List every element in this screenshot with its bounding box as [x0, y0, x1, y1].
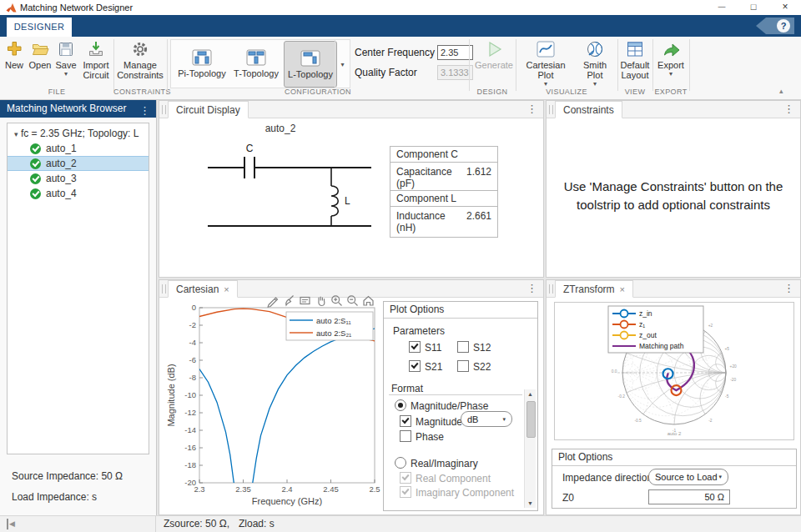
- radio-icon: [395, 399, 406, 411]
- l-topology-button[interactable]: L-Topology: [284, 41, 337, 88]
- toolstrip: New Open Save ▾ ImportCircuit FILE Manag…: [0, 37, 801, 100]
- radio-magnitude-phase[interactable]: Magnitude/Phase: [395, 399, 488, 412]
- component-l-title: Component L: [390, 191, 497, 207]
- scroll-up-icon[interactable]: ▲: [525, 391, 536, 397]
- svg-text:auto 2:S₂₁: auto 2:S₂₁: [316, 329, 351, 338]
- checkbox-icon: [409, 341, 421, 353]
- cartesian-menu-icon[interactable]: ⋮: [526, 282, 537, 294]
- radio-real-imaginary[interactable]: Real/Imaginary: [395, 457, 478, 469]
- tab-constraints[interactable]: Constraints: [555, 101, 622, 118]
- svg-text:z_out: z_out: [639, 331, 657, 339]
- drag-handle[interactable]: [549, 105, 553, 114]
- inductor-label: L: [345, 195, 350, 207]
- tree-collapse-icon[interactable]: ▾: [14, 130, 18, 138]
- svg-text:Frequency (GHz): Frequency (GHz): [252, 496, 322, 506]
- main-area: Matching Network Browser ⋮ ▾ fc = 2.35 G…: [0, 100, 801, 515]
- circuit-title: auto_2: [239, 123, 322, 134]
- new-icon: [5, 40, 23, 58]
- toolstrip-collapse-icon[interactable]: ▴: [779, 87, 783, 95]
- svg-text:0.0: 0.0: [612, 369, 617, 374]
- magnitude-unit-dropdown[interactable]: dB ▾: [461, 411, 512, 427]
- circuit-display-menu-icon[interactable]: ⋮: [526, 103, 537, 115]
- capacitance-value: 1.612: [466, 166, 491, 189]
- check-circle-icon: [30, 188, 41, 199]
- minimize-button[interactable]: —: [706, 0, 738, 15]
- tab-ztransform[interactable]: ZTransform×: [555, 280, 633, 298]
- drag-handle[interactable]: [162, 105, 166, 114]
- manage-constraints-button[interactable]: ManageConstraints: [115, 40, 165, 80]
- tree-item-auto-3[interactable]: auto_3: [8, 171, 149, 186]
- checkbox-s11[interactable]: S11: [409, 341, 441, 354]
- smith-plot-button[interactable]: Smith Plot ▾: [574, 40, 616, 87]
- smith-chart[interactable]: 0.0+0.2-0.2+0.5-0.5+1-1+2-2+5-5+20-20z_i…: [555, 303, 793, 439]
- cartesian-plot-dropdown-icon[interactable]: ▾: [544, 82, 547, 87]
- tab-cartesian[interactable]: Cartesian×: [168, 280, 238, 298]
- tab-designer[interactable]: DESIGNER: [7, 18, 72, 37]
- cartesian-plot-button[interactable]: Cartesian Plot ▾: [519, 40, 572, 87]
- new-button[interactable]: New: [2, 40, 27, 70]
- window-title: Matching Network Designer: [20, 0, 133, 15]
- default-layout-icon: [626, 40, 644, 58]
- import-circuit-icon: [87, 40, 105, 58]
- format-scrollbar[interactable]: ▲ ▼: [524, 389, 536, 508]
- ztransform-panel: ZTransform× ⋮ 0.0+0.2-0.2+0.5-0.5+1-1+2-…: [546, 279, 801, 515]
- drag-handle[interactable]: [162, 284, 166, 294]
- section-label-file: FILE: [0, 88, 113, 96]
- t-topology-button[interactable]: T-Topology: [230, 41, 282, 86]
- topology-gallery-dropdown[interactable]: ▾: [335, 40, 350, 88]
- checkbox-magnitude[interactable]: Magnitude: [400, 415, 462, 428]
- import-circuit-button[interactable]: ImportCircuit: [79, 40, 113, 80]
- check-circle-icon: [30, 143, 41, 154]
- open-button[interactable]: Open: [28, 40, 53, 70]
- ztransform-menu-icon[interactable]: ⋮: [783, 282, 794, 294]
- export-dropdown-icon[interactable]: ▾: [669, 72, 673, 77]
- check-circle-icon: [30, 158, 41, 169]
- circuit-display-panel: Circuit Display ⋮ auto_2 C L Component C…: [159, 100, 544, 278]
- smith-plot-dropdown-icon[interactable]: ▾: [593, 82, 597, 87]
- tab-close-icon[interactable]: ×: [620, 284, 625, 294]
- checkbox-s12[interactable]: S12: [457, 341, 491, 354]
- scroll-thumb[interactable]: [526, 401, 536, 438]
- constraints-panel: Constraints ⋮ Use 'Manage Constraints' b…: [546, 100, 801, 278]
- save-dropdown-icon[interactable]: ▾: [64, 72, 68, 77]
- tree-item-auto-2[interactable]: auto_2: [8, 156, 149, 171]
- ztransform-plot-options: Plot Options Impedance direction Source …: [552, 449, 797, 509]
- smith-plot-icon: [586, 40, 604, 58]
- divider: [469, 39, 470, 91]
- save-button[interactable]: Save ▾: [53, 40, 78, 77]
- default-layout-button[interactable]: DefaultLayout: [620, 40, 650, 80]
- smith-chart-box: 0.0+0.2-0.2+0.5-0.5+1-1+2-2+5-5+20-20z_i…: [554, 302, 794, 440]
- svg-text:0: 0: [192, 303, 196, 312]
- export-button[interactable]: Export ▾: [654, 40, 688, 77]
- generate-button[interactable]: Generate: [472, 40, 516, 70]
- close-button[interactable]: ×: [769, 0, 801, 15]
- browser-menu-icon[interactable]: ⋮: [139, 102, 150, 119]
- z0-input[interactable]: 50 Ω: [648, 489, 730, 504]
- source-impedance-label: Source Impedance: 50 Ω: [12, 470, 123, 482]
- center-frequency-input[interactable]: 2.35: [437, 45, 473, 60]
- divider: [617, 39, 618, 91]
- tab-circuit-display[interactable]: Circuit Display: [168, 101, 249, 118]
- drag-handle[interactable]: [549, 284, 553, 294]
- checkbox-s22[interactable]: S22: [457, 360, 491, 373]
- pi-topology-button[interactable]: Pi-Topology: [175, 41, 229, 86]
- checkbox-s21[interactable]: S21: [409, 360, 442, 373]
- capacitor-label: C: [246, 143, 254, 154]
- help-icon[interactable]: ?: [777, 19, 790, 33]
- scroll-down-icon[interactable]: ▼: [525, 500, 536, 506]
- section-label-constraints: CONSTRAINTS: [113, 88, 167, 96]
- constraints-tabbar: Constraints ⋮: [547, 101, 800, 118]
- checkbox-imaginary-component: Imaginary Component: [400, 486, 514, 499]
- impedance-direction-dropdown[interactable]: Source to Load ▾: [648, 469, 728, 485]
- cartesian-chart[interactable]: 2.32.352.42.452.50-2-4-6-8-10-12-14-16-1…: [164, 299, 383, 514]
- tree-root-node[interactable]: ▾ fc = 2.35 GHz; Topology: L: [8, 126, 149, 141]
- constraints-menu-icon[interactable]: ⋮: [783, 103, 794, 115]
- tree-item-auto-4[interactable]: auto_4: [8, 186, 149, 201]
- checkbox-phase[interactable]: Phase: [400, 430, 444, 443]
- tree-item-auto-1[interactable]: auto_1: [8, 141, 149, 156]
- maximize-button[interactable]: □: [738, 0, 769, 15]
- export-arrow-icon: [662, 40, 680, 58]
- tab-close-icon[interactable]: ×: [224, 284, 229, 294]
- matlab-logo-icon: [6, 3, 17, 13]
- statusbar-collapse-icon[interactable]: ◀: [7, 519, 15, 529]
